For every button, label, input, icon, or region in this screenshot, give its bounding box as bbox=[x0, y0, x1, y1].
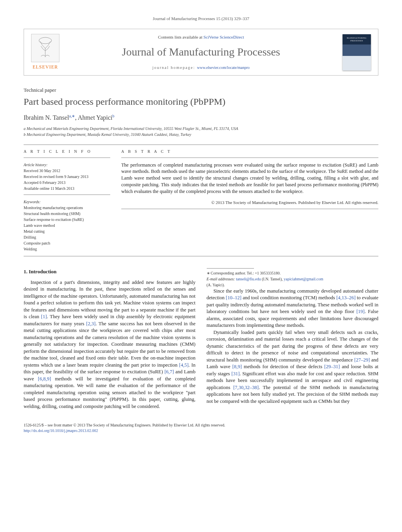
citation-link[interactable]: [29–31] bbox=[324, 364, 340, 369]
citation-link[interactable]: [6,7] bbox=[165, 369, 174, 374]
journal-homepage-line: journal homepage: www.elsevier.com/locat… bbox=[67, 65, 335, 70]
journal-reference: Journal of Manufacturing Processes 15 (2… bbox=[24, 16, 378, 22]
citation-link[interactable]: [27–29] bbox=[354, 357, 370, 363]
article-history: Article history: Received 30 May 2012 Re… bbox=[24, 162, 110, 191]
keyword: Welding bbox=[24, 246, 110, 252]
email-link[interactable]: tanseli@fiu.edu bbox=[236, 277, 261, 281]
body-text: Dynamically loaded parts quickly fail wh… bbox=[207, 330, 379, 363]
affiliation-b: b Mechanical Engineering Department, Mus… bbox=[24, 132, 378, 137]
article-info-heading: a r t i c l e i n f o bbox=[24, 149, 110, 154]
doi-line: http://dx.doi.org/10.1016/j.jmapro.2013.… bbox=[24, 428, 378, 434]
paper-type: Technical paper bbox=[24, 87, 378, 94]
keyword: Drilling bbox=[24, 234, 110, 240]
footnotes: ∗ Corresponding author. Tel.: +1 3053335… bbox=[207, 270, 379, 288]
emails-label: E-mail addresses: bbox=[207, 277, 236, 281]
body-text: and tool condition monitoring (TCM) meth… bbox=[241, 295, 336, 300]
journal-header: ELSEVIER Contents lists available at Sci… bbox=[24, 29, 378, 76]
affiliations: a Mechanical and Materials Engineering D… bbox=[24, 126, 378, 137]
keyword: Structural health monitoring (SHM) bbox=[24, 211, 110, 217]
contents-available-line: Contents lists available at SciVerse Sci… bbox=[67, 34, 335, 40]
homepage-prefix: journal homepage: bbox=[152, 65, 197, 70]
email-who: (I.N. Tansel), bbox=[261, 277, 283, 281]
keyword: Composite patch bbox=[24, 240, 110, 246]
section-heading-introduction: 1. Introduction bbox=[24, 268, 196, 275]
elsevier-tree-icon bbox=[31, 34, 59, 62]
abstract-heading: a b s t r a c t bbox=[121, 149, 378, 154]
history-online: Available online 11 March 2013 bbox=[24, 185, 110, 191]
article-info-column: a r t i c l e i n f o Article history: R… bbox=[24, 149, 110, 252]
history-revised: Received in revised form 9 January 2013 bbox=[24, 174, 110, 180]
citation-link[interactable]: [7,30,32–38] bbox=[233, 385, 259, 390]
header-center: Contents lists available at SciVerse Sci… bbox=[67, 34, 335, 71]
citation-link[interactable]: [19] bbox=[356, 309, 365, 314]
paragraph: Dynamically loaded parts quickly fail wh… bbox=[207, 329, 379, 405]
author-1-affil-marker: a,∗ bbox=[69, 114, 75, 118]
email-link[interactable]: yapiciahmet@gmail.com bbox=[283, 277, 323, 281]
paper-title: Part based process performance monitorin… bbox=[24, 95, 378, 109]
divider bbox=[24, 256, 378, 256]
svg-point-0 bbox=[39, 37, 52, 44]
journal-name: Journal of Manufacturing Processes bbox=[67, 44, 335, 59]
divider bbox=[121, 209, 378, 209]
footnote-separator bbox=[207, 268, 254, 269]
divider bbox=[121, 158, 378, 158]
elsevier-logo: ELSEVIER bbox=[31, 34, 59, 70]
journal-homepage-link[interactable]: www.elsevier.com/locate/manpro bbox=[197, 65, 250, 70]
keywords-label: Keywords: bbox=[24, 199, 110, 205]
citation-link[interactable]: [31] bbox=[232, 371, 240, 376]
author-1: Ibrahim N. Tansel bbox=[24, 114, 69, 121]
keyword: Surface response to excitation (SuRE) bbox=[24, 217, 110, 222]
history-accepted: Accepted 6 February 2013 bbox=[24, 180, 110, 185]
author-separator: , bbox=[75, 114, 78, 121]
citation-link[interactable]: [10–12] bbox=[226, 295, 242, 300]
contents-prefix: Contents lists available at bbox=[158, 35, 203, 39]
citation-link[interactable]: [6,8,9] bbox=[38, 376, 51, 382]
keywords-block: Keywords: Monitoring manufacturing opera… bbox=[24, 199, 110, 252]
paragraph: Inspection of a part's dimensions, integ… bbox=[24, 279, 196, 410]
paragraph: Since the early 1960s, the manufacturing… bbox=[207, 288, 379, 329]
abstract-text: The performances of completed manufactur… bbox=[121, 162, 378, 195]
citation-link[interactable]: [8,9] bbox=[232, 364, 242, 369]
doi-link[interactable]: http://dx.doi.org/10.1016/j.jmapro.2013.… bbox=[24, 428, 98, 433]
citation-link[interactable]: [4,5] bbox=[179, 362, 189, 368]
email-who: (A. Yapici). bbox=[207, 283, 225, 287]
journal-cover-thumbnail: MANUFACTURING PROCESSES bbox=[343, 34, 371, 70]
history-received: Received 30 May 2012 bbox=[24, 168, 110, 174]
body-text: methods for detection of these defects bbox=[242, 364, 324, 369]
citation-link[interactable]: [1] bbox=[41, 314, 47, 319]
body-columns: 1. Introduction Inspection of a part's d… bbox=[24, 268, 378, 411]
citation-link[interactable]: [4,13–26] bbox=[336, 295, 356, 300]
keyword: Monitoring manufacturing operations bbox=[24, 205, 110, 211]
sciencedirect-link[interactable]: SciVerse ScienceDirect bbox=[204, 35, 244, 39]
elsevier-label: ELSEVIER bbox=[33, 64, 58, 70]
front-matter-footer: 1526-6125/$ – see front matter © 2013 Th… bbox=[24, 423, 378, 434]
author-list: Ibrahim N. Tansela,∗, Ahmet Yapicib bbox=[24, 113, 378, 122]
cover-title: MANUFACTURING PROCESSES bbox=[343, 37, 371, 42]
keyword: Lamb wave method bbox=[24, 222, 110, 228]
author-2-affil-marker: b bbox=[113, 114, 115, 118]
affiliation-a: a Mechanical and Materials Engineering D… bbox=[24, 126, 378, 132]
divider bbox=[24, 145, 378, 145]
front-matter-line: 1526-6125/$ – see front matter © 2013 Th… bbox=[24, 423, 378, 428]
divider bbox=[24, 158, 110, 158]
history-label: Article history: bbox=[24, 162, 110, 168]
abstract-column: a b s t r a c t The performances of comp… bbox=[121, 149, 378, 252]
citation-link[interactable]: [2,3] bbox=[86, 321, 96, 326]
divider bbox=[24, 195, 110, 195]
body-text: . The same success has not been observed… bbox=[24, 321, 196, 368]
keyword: Metal cutting bbox=[24, 228, 110, 234]
author-2: Ahmet Yapici bbox=[78, 114, 113, 121]
email-addresses-line: E-mail addresses: tanseli@fiu.edu (I.N. … bbox=[207, 276, 379, 288]
abstract-copyright: © 2013 The Society of Manufacturing Engi… bbox=[121, 200, 378, 206]
corresponding-author-note: ∗ Corresponding author. Tel.: +1 3053335… bbox=[207, 270, 379, 276]
